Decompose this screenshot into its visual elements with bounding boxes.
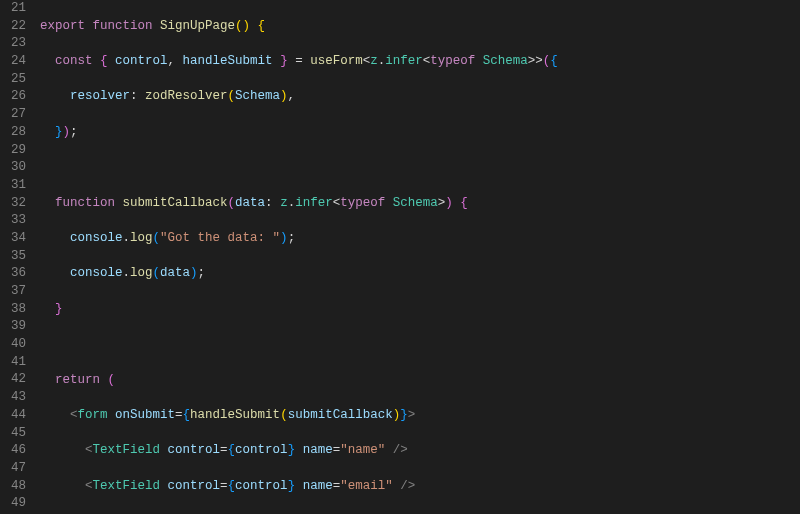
- line-number: 49: [0, 495, 26, 513]
- code-line[interactable]: function submitCallback(data: z.infer<ty…: [40, 195, 800, 213]
- line-number: 47: [0, 460, 26, 478]
- line-number: 39: [0, 318, 26, 336]
- code-editor[interactable]: 2122232425262728293031323334353637383940…: [0, 0, 800, 514]
- line-number: 33: [0, 212, 26, 230]
- code-line[interactable]: console.log(data);: [40, 265, 800, 283]
- line-number: 27: [0, 106, 26, 124]
- line-number: 43: [0, 389, 26, 407]
- code-line[interactable]: [40, 159, 800, 177]
- code-line[interactable]: console.log("Got the data: ");: [40, 230, 800, 248]
- code-area[interactable]: export function SignUpPage() { const { c…: [40, 0, 800, 514]
- code-line[interactable]: resolver: zodResolver(Schema),: [40, 88, 800, 106]
- line-number: 41: [0, 354, 26, 372]
- line-number: 45: [0, 425, 26, 443]
- code-line[interactable]: });: [40, 124, 800, 142]
- line-number: 21: [0, 0, 26, 18]
- line-number: 24: [0, 53, 26, 71]
- code-line[interactable]: [40, 336, 800, 354]
- line-number: 35: [0, 248, 26, 266]
- code-line[interactable]: return (: [40, 372, 800, 390]
- line-number: 30: [0, 159, 26, 177]
- line-number: 22: [0, 18, 26, 36]
- code-line[interactable]: export function SignUpPage() {: [40, 18, 800, 36]
- line-number: 44: [0, 407, 26, 425]
- line-number: 34: [0, 230, 26, 248]
- line-number: 37: [0, 283, 26, 301]
- code-line[interactable]: }: [40, 301, 800, 319]
- line-number: 25: [0, 71, 26, 89]
- line-number: 32: [0, 195, 26, 213]
- line-number: 29: [0, 142, 26, 160]
- code-line[interactable]: <form onSubmit={handleSubmit(submitCallb…: [40, 407, 800, 425]
- line-number: 38: [0, 301, 26, 319]
- line-number: 36: [0, 265, 26, 283]
- line-number: 31: [0, 177, 26, 195]
- line-number: 42: [0, 371, 26, 389]
- line-number: 46: [0, 442, 26, 460]
- line-number: 23: [0, 35, 26, 53]
- code-line[interactable]: <TextField control={control} name="name"…: [40, 442, 800, 460]
- code-line[interactable]: const { control, handleSubmit } = useFor…: [40, 53, 800, 71]
- line-number: 40: [0, 336, 26, 354]
- line-number: 26: [0, 88, 26, 106]
- code-line[interactable]: <TextField control={control} name="email…: [40, 478, 800, 496]
- line-number: 28: [0, 124, 26, 142]
- line-number: 48: [0, 478, 26, 496]
- line-number-gutter: 2122232425262728293031323334353637383940…: [0, 0, 40, 514]
